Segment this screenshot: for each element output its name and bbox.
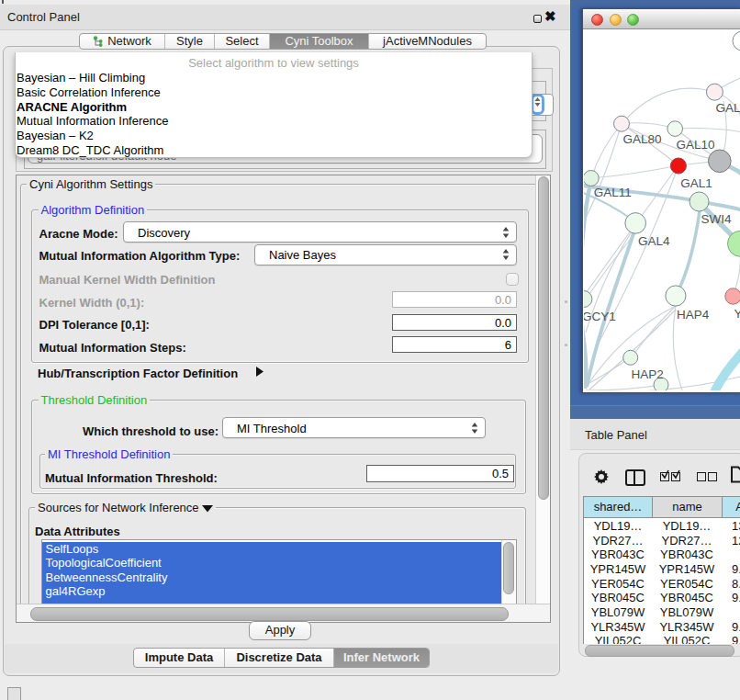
mi-algorithm-type[interactable]: Naive Bayes: [254, 244, 517, 265]
icon-columns: [625, 469, 645, 486]
table-hscrollbar[interactable]: [585, 645, 734, 657]
mi-steps[interactable]: 6: [392, 336, 517, 353]
control-panel-titlebar: [0, 5, 570, 30]
svg-text:Y: Y: [734, 307, 740, 321]
tab-style[interactable]: Style: [165, 34, 215, 49]
svg-text:SWI4: SWI4: [701, 212, 732, 226]
node-table: shared… name A YDL19…YDL19…13 YDR27…YDR2…: [583, 496, 740, 644]
svg-text:GAL80: GAL80: [622, 132, 661, 146]
top-mark: [2, 0, 4, 4]
float-button[interactable]: [533, 15, 542, 23]
table-panel-title: Table Panel: [585, 428, 647, 442]
svg-text:GCY1: GCY1: [584, 310, 616, 323]
tab-select[interactable]: Select: [215, 34, 270, 49]
tab-discretize-data[interactable]: Discretize Data: [225, 649, 334, 667]
svg-text:HAP4: HAP4: [677, 308, 710, 322]
bottom-tabs: Impute Data Discretize Data Infer Networ…: [133, 648, 430, 668]
dpi-tolerance[interactable]: 0.0: [392, 314, 517, 331]
top-tabs: Network Style Select Cyni Toolbox jActiv…: [79, 33, 487, 50]
svg-text:GAL…: GAL…: [716, 101, 740, 115]
kernel-width: 0.0: [392, 291, 517, 308]
aracne-mode[interactable]: Discovery: [123, 221, 517, 243]
settings-viewport: Cyni Algorithm Settings Algorithm Defini…: [17, 175, 536, 604]
svg-text:GAL1: GAL1: [680, 176, 712, 190]
svg-text:GAL4: GAL4: [638, 234, 670, 248]
manual-kernel-checkbox[interactable]: [506, 273, 519, 286]
mi-threshold[interactable]: 0.5: [366, 465, 514, 482]
resize-grip: [7, 687, 21, 700]
icon-file: [730, 466, 740, 483]
icon-uncheck2: [708, 472, 717, 481]
vertical-scrollbar[interactable]: [538, 176, 549, 500]
svg-text:HAP2: HAP2: [631, 367, 663, 381]
icon-uncheck1: [697, 472, 706, 481]
data-attributes-list[interactable]: SelfLoopsTopologicalCoefficientBetweenne…: [41, 539, 517, 605]
network-canvas: GAL… GAL80 GAL10 GAL1 GAL11 SWI4 GAL4 HA…: [584, 29, 740, 390]
settings-scrollpane: Cyni Algorithm Settings Algorithm Defini…: [16, 175, 551, 623]
algorithm-popup: Select algorithm to view settings Bayesi…: [15, 52, 533, 158]
svg-text:GAL10: GAL10: [677, 138, 715, 152]
tab-network[interactable]: Network: [80, 34, 165, 49]
icon-gear: [594, 469, 609, 484]
tab-jactivemnodules[interactable]: jActiveMNodules: [369, 34, 486, 49]
apply-button[interactable]: Apply: [249, 621, 311, 640]
table-panel: shared… name A YDL19…YDL19…13 YDR27…YDR2…: [578, 453, 740, 657]
close-button[interactable]: ✖: [544, 8, 556, 25]
threshold-combo[interactable]: MI Threshold: [222, 417, 486, 438]
tab-impute-data[interactable]: Impute Data: [134, 649, 225, 667]
tab-cyni-toolbox[interactable]: Cyni Toolbox: [270, 34, 369, 49]
control-panel-title: Control Panel: [7, 10, 80, 24]
network-window: GAL… GAL80 GAL10 GAL1 GAL11 SWI4 GAL4 HA…: [582, 8, 740, 393]
svg-text:GAL11: GAL11: [594, 186, 632, 199]
tab-infer-network[interactable]: Infer Network: [334, 649, 429, 667]
desktop-band: [570, 405, 740, 420]
horizontal-scrollbar[interactable]: [30, 607, 509, 621]
